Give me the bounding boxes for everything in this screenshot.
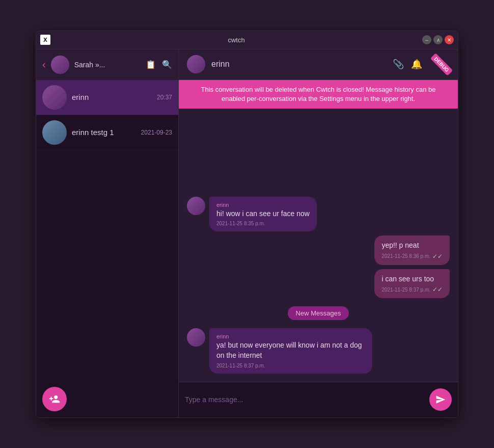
message-group-2: yep!! p neat 2021-11-25 8:36 p.m. ✓✓	[187, 235, 450, 265]
back-button[interactable]: ‹	[42, 59, 46, 70]
bubble-text-4: ya! but now everyone will know i am not …	[216, 340, 365, 360]
bubble-time-4: 2021-11-25 8:37 p.m.	[216, 363, 365, 368]
app-logo: X	[40, 35, 50, 45]
user-avatar	[51, 56, 69, 74]
bubble-1: erinn hi! wow i can see ur face now 2021…	[209, 197, 317, 232]
bubble-time-1: 2021-11-25 8:35 p.m.	[216, 221, 310, 226]
contact-item-erinn-testg[interactable]: erinn testg 1 2021-09-23	[36, 115, 178, 150]
sidebar-icons: 📋 🔍	[146, 60, 172, 69]
message-group-1: erinn hi! wow i can see ur face now 2021…	[187, 197, 450, 232]
app-window: X cwtch – ∧ ✕ ‹ Sarah »... 📋 🔍	[36, 31, 458, 418]
bubble-text-3: i can see urs too	[381, 274, 443, 284]
message-input[interactable]	[185, 396, 423, 404]
new-messages-badge[interactable]: New Messages	[288, 306, 349, 320]
sidebar-header: ‹ Sarah »... 📋 🔍	[36, 49, 178, 80]
add-contact-button[interactable]	[42, 387, 67, 411]
messages-area: erinn hi! wow i can see ur face now 2021…	[179, 109, 458, 382]
send-button[interactable]	[429, 388, 452, 411]
check-icon-3: ✓✓	[432, 286, 443, 293]
input-area	[179, 382, 458, 417]
close-button[interactable]: ✕	[445, 35, 454, 44]
chat-header-icons: 📎 🔔 DEBUG	[393, 59, 450, 70]
titlebar: X cwtch – ∧ ✕	[36, 31, 458, 49]
maximize-button[interactable]: ∧	[433, 35, 443, 44]
contact-name-erinn: erinn	[72, 93, 89, 101]
sidebar-wrapper: erinn 20:37 erinn testg 1 2021-09-23	[36, 80, 178, 417]
sidebar: ‹ Sarah »... 📋 🔍	[36, 49, 179, 417]
contact-time-erinn-testg: 2021-09-23	[141, 129, 172, 136]
contact-avatar-erinn-testg	[42, 120, 67, 145]
check-icon-2: ✓✓	[432, 253, 443, 260]
bubble-2: yep!! p neat 2021-11-25 8:36 p.m. ✓✓	[374, 235, 450, 265]
contact-item-erinn[interactable]: erinn 20:37	[36, 80, 178, 115]
chat-header: erinn 📎 🔔 DEBUG	[179, 49, 458, 80]
bubble-time-2: 2021-11-25 8:36 p.m. ✓✓	[381, 253, 443, 260]
message-group-4: erinn ya! but now everyone will know i a…	[187, 328, 450, 373]
chat-header-name: erinn	[211, 60, 387, 69]
contact-avatar-erinn	[42, 85, 67, 110]
bell-icon[interactable]: 🔔	[411, 59, 422, 70]
contact-info-erinn-testg: erinn testg 1	[72, 128, 136, 137]
new-messages-divider: New Messages	[187, 306, 450, 320]
messages-spacer	[187, 117, 450, 193]
main-content: ‹ Sarah »... 📋 🔍	[36, 49, 458, 417]
minimize-button[interactable]: –	[422, 35, 431, 44]
search-icon[interactable]: 🔍	[162, 60, 172, 69]
msg-avatar-1	[187, 197, 205, 215]
contact-time-erinn: 20:37	[157, 94, 172, 101]
bubble-3: i can see urs too 2021-11-25 8:37 p.m. ✓…	[374, 269, 450, 299]
contact-list: erinn 20:37 erinn testg 1 2021-09-23	[36, 80, 178, 382]
bubble-text-1: hi! wow i can see ur face now	[216, 209, 310, 219]
sidebar-bottom	[36, 382, 178, 417]
msg-avatar-4	[187, 328, 205, 347]
debug-badge: DEBUG	[430, 53, 453, 76]
bubble-text-2: yep!! p neat	[381, 241, 443, 251]
user-name: Sarah »...	[74, 61, 141, 69]
bubble-sender-4: erinn	[216, 333, 365, 339]
profile-icon[interactable]: 📋	[146, 60, 156, 69]
bubble-time-3: 2021-11-25 8:37 p.m. ✓✓	[381, 286, 443, 293]
window-title: cwtch	[50, 36, 422, 44]
bubble-sender-1: erinn	[216, 202, 310, 208]
bubble-4: erinn ya! but now everyone will know i a…	[209, 328, 372, 373]
contact-info-erinn: erinn	[72, 93, 152, 102]
chat-panel: erinn 📎 🔔 DEBUG This conversation will b…	[179, 49, 458, 417]
message-group-3: i can see urs too 2021-11-25 8:37 p.m. ✓…	[187, 269, 450, 299]
contact-name-erinn-testg: erinn testg 1	[72, 128, 114, 137]
window-controls: – ∧ ✕	[422, 35, 454, 44]
attachment-icon[interactable]: 📎	[393, 59, 404, 70]
warning-banner: This conversation will be deleted when C…	[179, 80, 458, 109]
chat-header-avatar	[187, 55, 205, 73]
